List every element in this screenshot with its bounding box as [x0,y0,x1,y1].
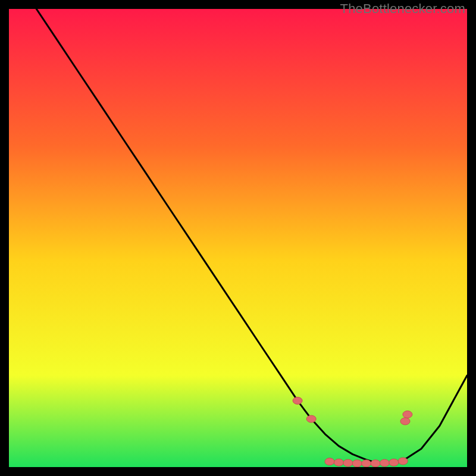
curve-marker [352,460,362,467]
curve-marker [334,459,343,466]
curve-marker [371,460,380,467]
curve-marker [293,397,302,404]
watermark-text: TheBottlenecker.com [340,1,465,17]
curve-marker [403,411,412,418]
curve-marker [362,460,371,467]
curve-marker [389,459,399,466]
curve-marker [306,415,316,422]
gradient-background [9,9,467,467]
curve-marker [325,458,334,465]
chart-frame [9,9,467,467]
curve-marker [380,459,389,466]
curve-marker [343,459,353,466]
curve-marker [398,458,408,465]
bottleneck-chart [9,9,467,467]
curve-marker [400,418,410,425]
